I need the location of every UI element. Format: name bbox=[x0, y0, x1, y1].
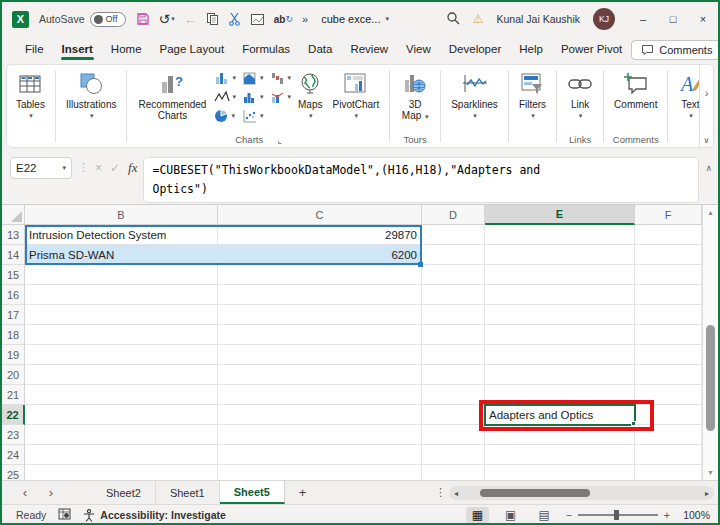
cell-C14[interactable]: 6200 bbox=[218, 245, 422, 265]
cell-C19[interactable] bbox=[218, 345, 422, 365]
horizontal-scrollbar-thumb[interactable] bbox=[480, 489, 590, 497]
row-header-24[interactable]: 24 bbox=[2, 445, 25, 465]
3d-map-button[interactable]: 3D Map ▾ bbox=[395, 69, 435, 124]
column-header-C[interactable]: C bbox=[218, 205, 422, 225]
maps-button[interactable]: Maps ▾ bbox=[293, 69, 327, 122]
cell-B22[interactable] bbox=[25, 405, 218, 425]
cell-D18[interactable] bbox=[422, 325, 485, 345]
scatter-chart-button[interactable]: ▾ bbox=[240, 108, 266, 124]
insert-function-button[interactable]: fx bbox=[128, 160, 137, 176]
spelling-button[interactable]: ab↻ bbox=[274, 14, 293, 25]
cell-D23[interactable] bbox=[422, 425, 485, 445]
filters-button[interactable]: Filters ▾ bbox=[514, 69, 551, 122]
cell-F21[interactable] bbox=[635, 385, 702, 405]
cell-B20[interactable] bbox=[25, 365, 218, 385]
row-header-25[interactable]: 25 bbox=[2, 465, 25, 480]
prev-sheet-button[interactable]: ‹ bbox=[12, 485, 38, 500]
horizontal-scrollbar[interactable]: ◂ ▸ bbox=[449, 486, 714, 500]
sheet-tab-sheet2[interactable]: Sheet2 bbox=[92, 481, 156, 504]
row-header-16[interactable]: 16 bbox=[2, 285, 25, 305]
cell-C15[interactable] bbox=[218, 265, 422, 285]
pie-chart-button[interactable]: ▾ bbox=[212, 108, 238, 124]
cell-B16[interactable] bbox=[25, 285, 218, 305]
cell-F24[interactable] bbox=[635, 445, 702, 465]
normal-view-button[interactable]: ▦ bbox=[466, 507, 489, 523]
cell-B21[interactable] bbox=[25, 385, 218, 405]
illustrations-button[interactable]: Illustrations ▾ bbox=[61, 69, 122, 122]
scroll-right-icon[interactable]: ▸ bbox=[705, 489, 709, 498]
row-header-13[interactable]: 13 bbox=[2, 225, 25, 245]
tab-power-pivot[interactable]: Power Pivot bbox=[552, 38, 631, 62]
cell-F18[interactable] bbox=[635, 325, 702, 345]
new-sheet-button[interactable]: + bbox=[285, 481, 321, 504]
cell-D16[interactable] bbox=[422, 285, 485, 305]
undo-button[interactable]: ↺▾ bbox=[159, 11, 175, 27]
cell-F23[interactable] bbox=[635, 425, 702, 445]
scroll-left-icon[interactable]: ◂ bbox=[454, 489, 458, 498]
column-header-F[interactable]: F bbox=[635, 205, 702, 225]
cell-D17[interactable] bbox=[422, 305, 485, 325]
sheet-tab-sheet1[interactable]: Sheet1 bbox=[156, 481, 220, 504]
page-break-view-button[interactable]: ▤ bbox=[532, 507, 555, 523]
cell-E16[interactable] bbox=[485, 285, 635, 305]
enter-formula-button[interactable]: ✓ bbox=[110, 161, 120, 175]
waterfall-chart-button[interactable]: ▾ bbox=[268, 70, 294, 86]
row-header-18[interactable]: 18 bbox=[2, 325, 25, 345]
cell-F13[interactable] bbox=[635, 225, 702, 245]
vertical-scrollbar-thumb[interactable] bbox=[706, 325, 715, 431]
histogram-chart-button[interactable]: ▾ bbox=[240, 89, 266, 105]
back-button[interactable]: ← bbox=[184, 12, 197, 27]
tab-home[interactable]: Home bbox=[102, 38, 151, 62]
cell-B18[interactable] bbox=[25, 325, 218, 345]
cell-E19[interactable] bbox=[485, 345, 635, 365]
cell-grid[interactable]: BCDEF13Intrusion Detection System2987014… bbox=[2, 205, 702, 480]
cell-D25[interactable] bbox=[422, 465, 485, 480]
row-header-14[interactable]: 14 bbox=[2, 245, 25, 265]
cell-D22[interactable] bbox=[422, 405, 485, 425]
tab-view[interactable]: View bbox=[397, 38, 440, 62]
tab-page-layout[interactable]: Page Layout bbox=[151, 38, 234, 62]
cell-F20[interactable] bbox=[635, 365, 702, 385]
zoom-track[interactable] bbox=[578, 514, 658, 516]
row-header-19[interactable]: 19 bbox=[2, 345, 25, 365]
cell-F22[interactable] bbox=[635, 405, 702, 425]
combo-chart-button[interactable]: ▾ bbox=[268, 89, 294, 105]
cell-B24[interactable] bbox=[25, 445, 218, 465]
column-header-B[interactable]: B bbox=[25, 205, 218, 225]
cut-button[interactable] bbox=[228, 12, 241, 26]
line-chart-button[interactable]: ▾ bbox=[212, 89, 238, 105]
cell-C23[interactable] bbox=[218, 425, 422, 445]
cell-D24[interactable] bbox=[422, 445, 485, 465]
tab-help[interactable]: Help bbox=[510, 38, 552, 62]
zoom-in-button[interactable]: + bbox=[664, 509, 670, 521]
charts-dialog-launcher[interactable]: ⌞ bbox=[277, 135, 281, 145]
accessibility-checker[interactable]: Accessibility: Investigate bbox=[83, 509, 225, 522]
zoom-out-button[interactable]: − bbox=[566, 509, 572, 521]
cell-E21[interactable] bbox=[485, 385, 635, 405]
row-header-21[interactable]: 21 bbox=[2, 385, 25, 405]
document-title[interactable]: cube exce... ▾ bbox=[321, 13, 389, 25]
cell-E14[interactable] bbox=[485, 245, 635, 265]
page-layout-view-button[interactable]: ▣ bbox=[499, 507, 522, 523]
next-sheet-button[interactable]: › bbox=[38, 485, 64, 500]
cell-D20[interactable] bbox=[422, 365, 485, 385]
column-header-E[interactable]: E bbox=[485, 205, 635, 225]
cell-F17[interactable] bbox=[635, 305, 702, 325]
select-all-corner[interactable] bbox=[2, 205, 25, 225]
sparklines-button[interactable]: Sparklines ▾ bbox=[446, 69, 503, 122]
tab-data[interactable]: Data bbox=[299, 38, 341, 62]
autosave-toggle[interactable]: AutoSave Off bbox=[39, 12, 126, 27]
close-button[interactable]: × bbox=[688, 2, 718, 36]
user-name[interactable]: Kunal Jai Kaushik bbox=[497, 13, 580, 25]
cell-E22[interactable]: Adapters and Optics bbox=[485, 405, 635, 425]
row-header-22[interactable]: 22 bbox=[2, 405, 25, 425]
cell-E23[interactable] bbox=[485, 425, 635, 445]
row-header-15[interactable]: 15 bbox=[2, 265, 25, 285]
column-header-D[interactable]: D bbox=[422, 205, 485, 225]
row-header-20[interactable]: 20 bbox=[2, 365, 25, 385]
cell-C20[interactable] bbox=[218, 365, 422, 385]
cell-E18[interactable] bbox=[485, 325, 635, 345]
autosave-switch[interactable]: Off bbox=[90, 12, 126, 27]
cell-B15[interactable] bbox=[25, 265, 218, 285]
cell-E24[interactable] bbox=[485, 445, 635, 465]
